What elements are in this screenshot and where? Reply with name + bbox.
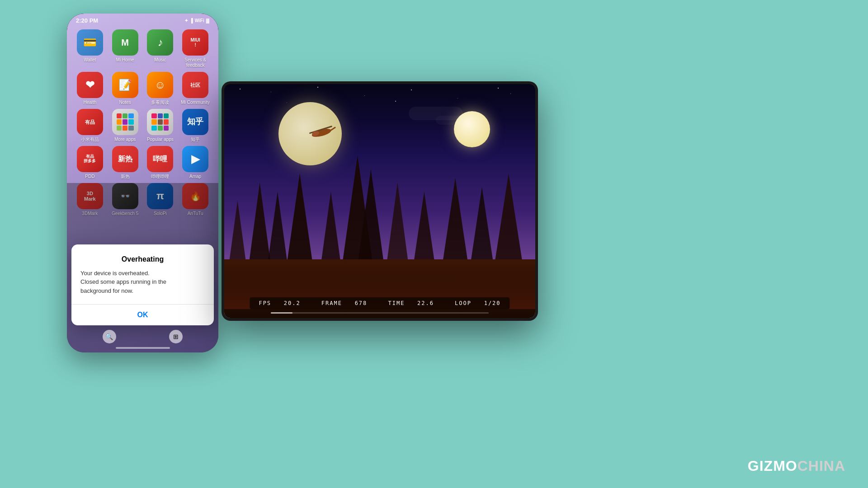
app-pdd-label: PDD (85, 174, 94, 179)
moreapps-icon (112, 109, 138, 135)
loop-label: LOOP (455, 300, 472, 306)
logo-gizmo: GIZMO (748, 458, 797, 474)
star (287, 103, 287, 103)
app-popularapps-label: Popular apps (147, 137, 174, 142)
pdd-icon: 有品拼多多 (77, 146, 103, 172)
signal-icon: ▐ (190, 18, 193, 23)
app-health[interactable]: ❤ Health (74, 72, 106, 105)
progress-bar-fill (271, 312, 292, 314)
app-popularapps[interactable]: Popular apps (145, 109, 176, 142)
gizmochina-logo: GIZMOCHINA (748, 458, 845, 474)
dialog-title: Overheating (80, 255, 205, 263)
tablet-screen: FPS 20.2 FRAME 678 TIME 22.6 LOOP 1/20 (224, 84, 535, 318)
app-zhihu[interactable]: 知乎 知乎 (179, 109, 211, 142)
xinre-icon: 新热 (112, 146, 138, 172)
amap-icon: ▶ (182, 146, 208, 172)
app-notes[interactable]: 📝 Notes (109, 72, 141, 105)
app-community-label: Mi Community (181, 100, 210, 105)
overheating-dialog: Overheating Your device is overheated. C… (71, 244, 214, 326)
app-community[interactable]: 社区 Mi Community (179, 72, 211, 105)
app-amap[interactable]: ▶ Amap (179, 146, 211, 179)
time-value: 22.6 (417, 300, 434, 306)
music-icon: ♪ (147, 29, 173, 56)
youpin-icon: 有品 (77, 109, 103, 135)
health-icon: ❤ (77, 72, 103, 98)
battery-icon: ▓ (206, 18, 209, 23)
popularapps-icon (147, 109, 173, 135)
star (411, 89, 412, 90)
app-notes-label: Notes (119, 100, 131, 105)
community-icon: 社区 (182, 72, 208, 98)
app-music-label: Music (154, 57, 166, 63)
status-bar: 2:20 PM ✦ ▐ WiFi ▓ (67, 14, 218, 26)
frame-value: 678 (355, 300, 368, 306)
app-moreapps-label: More apps (114, 137, 136, 142)
phone-screen: 2:20 PM ✦ ▐ WiFi ▓ 💳 Wallet M Mi Ho (67, 14, 218, 352)
star (317, 87, 318, 88)
app-bilibili-label: 哔哩哔哩 (151, 174, 169, 179)
loop-value: 1/20 (484, 300, 501, 306)
app-mihome-label: Mi Home (116, 57, 134, 63)
phone-right: FPS 20.2 FRAME 678 TIME 22.6 LOOP 1/20 (222, 81, 538, 321)
bilibili-icon: 哔哩 (147, 146, 173, 172)
star (364, 95, 365, 96)
app-youpin-label: 小米有品 (81, 137, 99, 142)
bottom-nav: 🔍 ⊞ (67, 330, 218, 343)
app-xinre-label: 新热 (121, 174, 130, 179)
zhihu-icon: 知乎 (182, 109, 208, 135)
time-label: TIME (388, 300, 405, 306)
app-duokan-label: 多看阅读 (151, 100, 169, 105)
star (395, 101, 396, 102)
progress-bar-container (271, 312, 489, 314)
nav-search-icon[interactable]: 🔍 (103, 330, 116, 343)
game-hud: FPS 20.2 FRAME 678 TIME 22.6 LOOP 1/20 (250, 297, 509, 309)
notes-icon: 📝 (112, 72, 138, 98)
star (498, 88, 499, 89)
app-duokan[interactable]: ☺ 多看阅读 (145, 72, 176, 105)
app-xinre[interactable]: 新热 新热 (109, 146, 141, 179)
app-services[interactable]: MIUI! Services & feedback (179, 29, 211, 68)
logo-china: CHINA (797, 458, 845, 474)
app-services-label: Services & feedback (181, 57, 210, 68)
svg-line-2 (330, 127, 336, 131)
services-icon: MIUI! (182, 29, 208, 56)
app-youpin[interactable]: 有品 小米有品 (74, 109, 106, 142)
bluetooth-icon: ✦ (184, 18, 188, 23)
dialog-message: Your device is overheated. Closed some a… (80, 269, 205, 296)
dialog-ok-button[interactable]: OK (80, 305, 205, 325)
app-moreapps[interactable]: More apps (109, 109, 141, 142)
app-mihome[interactable]: M Mi Home (109, 29, 141, 68)
home-indicator (116, 347, 170, 349)
app-wallet-label: Wallet (84, 57, 96, 63)
app-amap-label: Amap (189, 174, 201, 179)
star (458, 98, 458, 99)
duokan-icon: ☺ (147, 72, 173, 98)
game-scene: FPS 20.2 FRAME 678 TIME 22.6 LOOP 1/20 (224, 84, 535, 318)
app-zhihu-label: 知乎 (191, 137, 200, 142)
app-music[interactable]: ♪ Music (145, 29, 176, 68)
status-icons: ✦ ▐ WiFi ▓ (184, 18, 209, 23)
fps-label: FPS (259, 300, 271, 306)
star (271, 92, 271, 92)
star (240, 89, 241, 89)
mihome-icon: M (112, 29, 138, 56)
wallet-icon: 💳 (77, 29, 103, 56)
star (510, 94, 511, 94)
fps-value: 20.2 (284, 300, 301, 306)
nav-apps-icon[interactable]: ⊞ (169, 330, 183, 343)
wifi-icon: WiFi (195, 18, 204, 23)
app-wallet[interactable]: 💳 Wallet (74, 29, 106, 68)
cloud-2 (436, 116, 472, 125)
frame-label: FRAME (321, 300, 342, 306)
app-bilibili[interactable]: 哔哩 哔哩哔哩 (145, 146, 176, 179)
status-time: 2:20 PM (76, 17, 98, 24)
app-health-label: Health (83, 100, 96, 105)
app-pdd[interactable]: 有品拼多多 PDD (74, 146, 106, 179)
phone-left: 2:20 PM ✦ ▐ WiFi ▓ 💳 Wallet M Mi Ho (67, 14, 218, 352)
